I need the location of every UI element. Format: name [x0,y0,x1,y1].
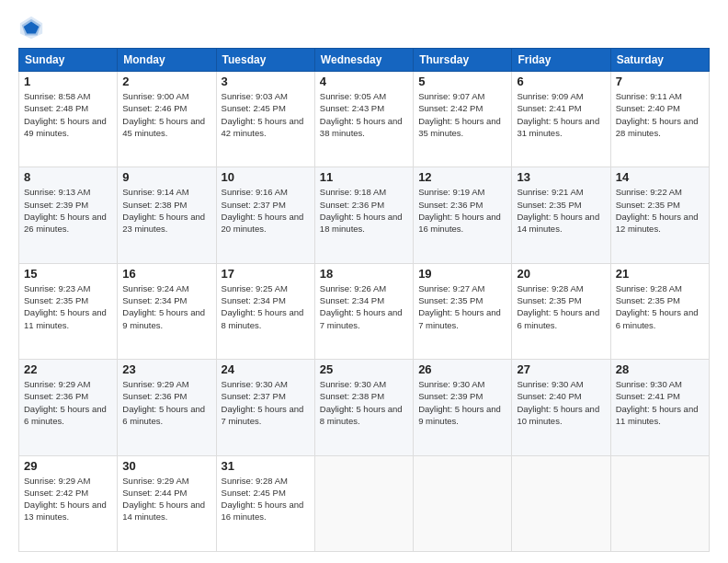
day-info: Sunrise: 9:03 AM Sunset: 2:45 PM Dayligh… [222,90,310,139]
day-of-week-header: Sunday [19,49,118,72]
day-of-week-header: Wednesday [314,49,413,72]
calendar-week-row: 29 Sunrise: 9:29 AM Sunset: 2:42 PM Dayl… [19,455,710,551]
day-of-week-header: Tuesday [216,49,314,72]
day-number: 2 [122,75,210,88]
day-info: Sunrise: 9:23 AM Sunset: 2:35 PM Dayligh… [24,282,112,331]
day-number: 31 [222,459,310,473]
day-header-row: SundayMondayTuesdayWednesdayThursdayFrid… [19,49,710,72]
calendar-cell: 25 Sunrise: 9:30 AM Sunset: 2:38 PM Dayl… [314,360,413,455]
day-number: 14 [616,170,704,184]
day-of-week-header: Friday [512,49,610,72]
day-number: 3 [222,75,310,88]
day-number: 23 [122,362,210,376]
day-info: Sunrise: 9:13 AM Sunset: 2:39 PM Dayligh… [24,186,112,235]
day-info: Sunrise: 9:09 AM Sunset: 2:41 PM Dayligh… [517,90,605,139]
calendar-cell: 5 Sunrise: 9:07 AM Sunset: 2:42 PM Dayli… [414,72,512,167]
day-info: Sunrise: 9:30 AM Sunset: 2:41 PM Dayligh… [616,378,704,427]
calendar-cell: 4 Sunrise: 9:05 AM Sunset: 2:43 PM Dayli… [314,72,413,167]
day-info: Sunrise: 9:29 AM Sunset: 2:44 PM Dayligh… [122,475,210,523]
calendar-cell: 1 Sunrise: 8:58 AM Sunset: 2:48 PM Dayli… [19,72,118,167]
calendar-cell: 21 Sunrise: 9:28 AM Sunset: 2:35 PM Dayl… [610,263,709,359]
day-number: 16 [122,267,210,281]
calendar-cell: 29 Sunrise: 9:29 AM Sunset: 2:42 PM Dayl… [19,455,118,551]
day-info: Sunrise: 9:30 AM Sunset: 2:37 PM Dayligh… [222,378,310,427]
calendar-cell: 28 Sunrise: 9:30 AM Sunset: 2:41 PM Dayl… [610,360,709,455]
day-info: Sunrise: 9:14 AM Sunset: 2:38 PM Dayligh… [122,186,210,235]
calendar-cell: 15 Sunrise: 9:23 AM Sunset: 2:35 PM Dayl… [19,263,118,359]
calendar-cell: 9 Sunrise: 9:14 AM Sunset: 2:38 PM Dayli… [118,167,216,263]
calendar-cell: 2 Sunrise: 9:00 AM Sunset: 2:46 PM Dayli… [118,72,216,167]
day-number: 17 [222,267,310,281]
logo [18,15,48,40]
page: SundayMondayTuesdayWednesdayThursdayFrid… [0,0,728,563]
calendar-cell: 23 Sunrise: 9:29 AM Sunset: 2:36 PM Dayl… [118,360,216,455]
calendar-week-row: 8 Sunrise: 9:13 AM Sunset: 2:39 PM Dayli… [19,167,710,263]
day-info: Sunrise: 9:07 AM Sunset: 2:42 PM Dayligh… [418,90,506,139]
day-of-week-header: Thursday [414,49,512,72]
calendar-cell: 16 Sunrise: 9:24 AM Sunset: 2:34 PM Dayl… [118,263,216,359]
calendar-week-row: 1 Sunrise: 8:58 AM Sunset: 2:48 PM Dayli… [19,72,710,167]
day-info: Sunrise: 9:30 AM Sunset: 2:40 PM Dayligh… [517,378,605,427]
day-number: 24 [222,362,310,376]
day-info: Sunrise: 9:28 AM Sunset: 2:35 PM Dayligh… [616,282,704,331]
calendar-cell [414,455,512,551]
calendar-cell: 7 Sunrise: 9:11 AM Sunset: 2:40 PM Dayli… [610,72,709,167]
calendar-cell: 27 Sunrise: 9:30 AM Sunset: 2:40 PM Dayl… [512,360,610,455]
calendar-cell [610,455,709,551]
day-info: Sunrise: 9:00 AM Sunset: 2:46 PM Dayligh… [122,90,210,139]
calendar-cell: 14 Sunrise: 9:22 AM Sunset: 2:35 PM Dayl… [610,167,709,263]
day-info: Sunrise: 9:16 AM Sunset: 2:37 PM Dayligh… [222,186,310,235]
calendar-cell: 18 Sunrise: 9:26 AM Sunset: 2:34 PM Dayl… [314,263,413,359]
day-info: Sunrise: 9:21 AM Sunset: 2:35 PM Dayligh… [517,186,605,235]
day-number: 7 [616,75,704,88]
day-info: Sunrise: 9:19 AM Sunset: 2:36 PM Dayligh… [418,186,506,235]
header [18,15,710,40]
calendar-cell: 13 Sunrise: 9:21 AM Sunset: 2:35 PM Dayl… [512,167,610,263]
calendar-cell [314,455,413,551]
calendar-week-row: 22 Sunrise: 9:29 AM Sunset: 2:36 PM Dayl… [19,360,710,455]
day-number: 19 [418,267,506,281]
calendar-table: SundayMondayTuesdayWednesdayThursdayFrid… [18,48,710,552]
day-info: Sunrise: 9:30 AM Sunset: 2:39 PM Dayligh… [418,378,506,427]
calendar-cell: 26 Sunrise: 9:30 AM Sunset: 2:39 PM Dayl… [414,360,512,455]
day-info: Sunrise: 9:28 AM Sunset: 2:45 PM Dayligh… [222,475,310,523]
day-number: 25 [320,362,408,376]
day-number: 27 [517,362,605,376]
day-of-week-header: Monday [118,49,216,72]
day-info: Sunrise: 9:26 AM Sunset: 2:34 PM Dayligh… [320,282,408,331]
calendar-cell: 31 Sunrise: 9:28 AM Sunset: 2:45 PM Dayl… [216,455,314,551]
calendar-cell: 8 Sunrise: 9:13 AM Sunset: 2:39 PM Dayli… [19,167,118,263]
calendar-cell: 12 Sunrise: 9:19 AM Sunset: 2:36 PM Dayl… [414,167,512,263]
day-info: Sunrise: 9:25 AM Sunset: 2:34 PM Dayligh… [222,282,310,331]
day-number: 11 [320,170,408,184]
day-info: Sunrise: 9:30 AM Sunset: 2:38 PM Dayligh… [320,378,408,427]
day-info: Sunrise: 8:58 AM Sunset: 2:48 PM Dayligh… [24,90,112,139]
calendar-cell: 30 Sunrise: 9:29 AM Sunset: 2:44 PM Dayl… [118,455,216,551]
day-info: Sunrise: 9:28 AM Sunset: 2:35 PM Dayligh… [517,282,605,331]
day-number: 1 [24,75,112,88]
day-info: Sunrise: 9:27 AM Sunset: 2:35 PM Dayligh… [418,282,506,331]
calendar-cell: 19 Sunrise: 9:27 AM Sunset: 2:35 PM Dayl… [414,263,512,359]
day-number: 15 [24,267,112,281]
calendar-cell: 22 Sunrise: 9:29 AM Sunset: 2:36 PM Dayl… [19,360,118,455]
calendar-cell: 3 Sunrise: 9:03 AM Sunset: 2:45 PM Dayli… [216,72,314,167]
day-info: Sunrise: 9:05 AM Sunset: 2:43 PM Dayligh… [320,90,408,139]
day-info: Sunrise: 9:29 AM Sunset: 2:36 PM Dayligh… [24,378,112,427]
day-of-week-header: Saturday [610,49,709,72]
day-number: 8 [24,170,112,184]
calendar-cell [512,455,610,551]
day-number: 10 [222,170,310,184]
calendar-week-row: 15 Sunrise: 9:23 AM Sunset: 2:35 PM Dayl… [19,263,710,359]
calendar-cell: 10 Sunrise: 9:16 AM Sunset: 2:37 PM Dayl… [216,167,314,263]
calendar-cell: 11 Sunrise: 9:18 AM Sunset: 2:36 PM Dayl… [314,167,413,263]
day-number: 20 [517,267,605,281]
day-info: Sunrise: 9:29 AM Sunset: 2:42 PM Dayligh… [24,475,112,523]
day-number: 26 [418,362,506,376]
calendar-cell: 6 Sunrise: 9:09 AM Sunset: 2:41 PM Dayli… [512,72,610,167]
day-number: 4 [320,75,408,88]
day-number: 18 [320,267,408,281]
calendar-cell: 17 Sunrise: 9:25 AM Sunset: 2:34 PM Dayl… [216,263,314,359]
day-number: 29 [24,459,112,473]
day-number: 6 [517,75,605,88]
day-number: 21 [616,267,704,281]
